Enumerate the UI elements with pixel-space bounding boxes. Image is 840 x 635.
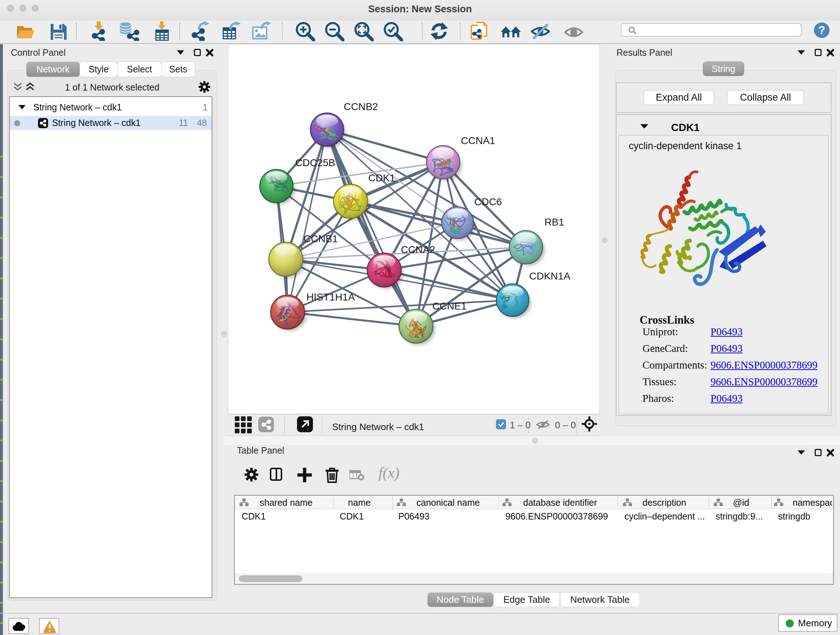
svg-text:CDK1: CDK1 xyxy=(368,172,395,184)
svg-text:CDC25B: CDC25B xyxy=(295,157,335,168)
svg-text:CDKN1A: CDKN1A xyxy=(529,271,570,282)
svg-text:CCNA2: CCNA2 xyxy=(401,244,435,255)
svg-text:HIST1H1A: HIST1H1A xyxy=(306,291,355,302)
svg-text:CCNB2: CCNB2 xyxy=(344,101,378,112)
svg-text:CCNE1: CCNE1 xyxy=(432,301,467,312)
svg-text:CCNA1: CCNA1 xyxy=(461,135,495,146)
svg-text:CDC6: CDC6 xyxy=(474,196,502,207)
svg-text:CCNB1: CCNB1 xyxy=(303,233,338,244)
svg-text:RB1: RB1 xyxy=(545,217,564,228)
